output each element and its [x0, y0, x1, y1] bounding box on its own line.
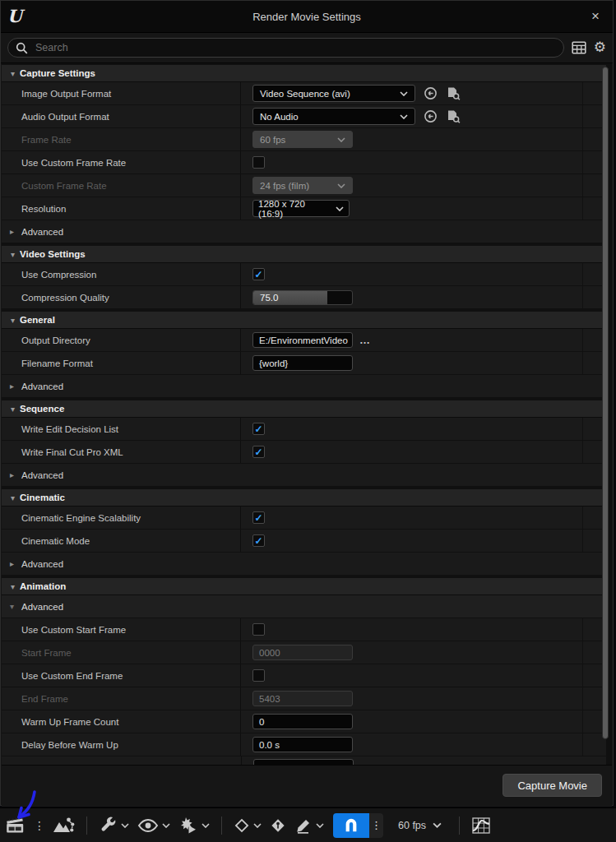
row-frame-rate: Frame Rate 60 fps — [2, 128, 606, 151]
property-label: End Frame — [2, 687, 241, 710]
advanced-label: Advanced — [21, 227, 63, 237]
row-start-frame: Start Frame 0000 — [2, 641, 606, 664]
render-options-dots-icon[interactable]: ⋮ — [34, 819, 45, 832]
sequence-hierarchy-icon[interactable] — [52, 816, 75, 835]
settings-gear-icon[interactable]: ⚙ — [594, 41, 606, 54]
caret-right-icon: ▸ — [10, 470, 21, 479]
audio-output-format-dropdown[interactable]: No Audio — [252, 108, 415, 125]
actions-wrench-dropdown[interactable] — [99, 816, 129, 835]
scrollbar-track[interactable] — [602, 65, 609, 763]
property-label: Compression Quality — [2, 286, 241, 308]
use-compression-checkbox[interactable]: ✓ — [252, 268, 265, 280]
cinematic-engine-scalability-checkbox[interactable]: ✓ — [252, 511, 265, 524]
section-title: Video Settings — [20, 249, 86, 259]
property-label: Delay Before Warm Up — [2, 733, 241, 756]
property-label: Write Edit Decision List — [2, 418, 241, 440]
property-label: Custom Frame Rate — [2, 174, 241, 197]
row-delay-before-warm-up: Delay Before Warm Up 0.0 s — [2, 733, 606, 756]
compression-quality-slider[interactable]: 75.0 — [252, 290, 353, 305]
curve-editor-icon[interactable] — [471, 817, 491, 835]
search-input-container[interactable] — [7, 38, 564, 58]
fps-label: 60 fps — [398, 820, 426, 831]
output-directory-field[interactable]: E:/EnvironmentVideo — [252, 332, 353, 348]
dropdown-value: 60 fps — [260, 135, 285, 145]
fps-dropdown[interactable]: 60 fps — [398, 820, 442, 831]
capture-movie-button[interactable]: Capture Movie — [503, 774, 602, 797]
dropdown-value: Video Sequence (avi) — [260, 89, 350, 99]
property-matrix-icon[interactable] — [572, 41, 586, 54]
warm-up-frame-count-field[interactable]: 0 — [252, 714, 353, 729]
advanced-label: Advanced — [21, 559, 63, 569]
dialog-title: Render Movie Settings — [1, 11, 613, 23]
auto-key-icon[interactable] — [270, 817, 286, 834]
cinematic-mode-checkbox[interactable]: ✓ — [252, 534, 265, 547]
browse-asset-icon[interactable] — [446, 86, 461, 100]
advanced-label: Advanced — [21, 602, 63, 612]
advanced-expanded-row-animation[interactable]: ▾ Advanced — [2, 595, 606, 618]
section-header-cinematic[interactable]: ▾ Cinematic — [2, 489, 606, 507]
edit-options-dropdown[interactable] — [294, 817, 324, 835]
use-selected-asset-icon[interactable] — [424, 109, 438, 123]
use-custom-frame-rate-checkbox[interactable] — [252, 156, 265, 169]
property-label: Resolution — [2, 197, 241, 220]
caret-down-icon: ▾ — [6, 69, 20, 78]
search-bar-row: ⚙ — [1, 33, 613, 63]
section-header-animation[interactable]: ▾ Animation — [2, 578, 606, 595]
check-icon: ✓ — [254, 269, 262, 280]
filename-format-field[interactable]: {world} — [252, 355, 353, 371]
caret-right-icon: ▸ — [10, 382, 21, 391]
playback-options-dropdown[interactable] — [178, 817, 210, 835]
advanced-row-cinematic[interactable]: ▸ Advanced — [2, 553, 606, 576]
section-header-general[interactable]: ▾ General — [2, 312, 606, 329]
caret-down-icon: ▾ — [6, 250, 20, 259]
keyframe-options-dropdown[interactable] — [234, 817, 262, 834]
delay-before-warm-up-field[interactable]: 0.0 s — [252, 737, 353, 752]
caret-down-icon: ▾ — [6, 316, 20, 325]
check-icon: ✓ — [254, 423, 262, 435]
section-title: Capture Settings — [20, 68, 95, 78]
pen-icon — [294, 817, 313, 835]
image-output-format-dropdown[interactable]: Video Sequence (avi) — [252, 85, 415, 102]
use-custom-end-frame-checkbox[interactable] — [252, 669, 265, 682]
chevron-down-icon — [337, 137, 345, 142]
use-selected-asset-icon[interactable] — [424, 86, 438, 100]
section-title: Cinematic — [20, 493, 65, 502]
advanced-row-capture[interactable]: ▸ Advanced — [2, 220, 606, 243]
browse-directory-button[interactable]: … — [359, 334, 371, 346]
write-edl-checkbox[interactable]: ✓ — [252, 423, 265, 435]
dropdown-value: 24 fps (film) — [260, 181, 309, 191]
caret-down-icon: ▾ — [6, 493, 20, 502]
dialog-titlebar[interactable]: U Render Movie Settings × — [1, 1, 613, 33]
scrollbar-thumb[interactable] — [602, 67, 609, 739]
use-custom-start-frame-checkbox[interactable] — [252, 623, 265, 636]
caret-right-icon: ▸ — [10, 227, 21, 236]
advanced-row-sequence[interactable]: ▸ Advanced — [2, 464, 606, 487]
view-options-dropdown[interactable] — [137, 818, 170, 833]
write-fcp-xml-checkbox[interactable]: ✓ — [252, 446, 265, 458]
row-write-final-cut-pro-xml: Write Final Cut Pro XML ✓ — [2, 441, 606, 464]
unreal-editor-root: U Render Movie Settings × ⚙ — [0, 0, 616, 842]
section-header-capture-settings[interactable]: ▾ Capture Settings — [2, 65, 606, 82]
property-label: Warm Up Frame Count — [2, 710, 241, 733]
row-use-compression: Use Compression ✓ — [2, 263, 606, 286]
close-icon[interactable]: × — [588, 1, 603, 32]
advanced-row-general[interactable]: ▸ Advanced — [2, 375, 606, 398]
resolution-dropdown[interactable]: 1280 x 720 (16:9) — [252, 200, 350, 217]
row-cinematic-engine-scalability: Cinematic Engine Scalability ✓ — [2, 507, 606, 530]
render-movie-icon[interactable] — [5, 816, 27, 835]
caret-right-icon: ▸ — [10, 559, 21, 568]
row-use-custom-end-frame: Use Custom End Frame — [2, 664, 606, 687]
dialog-footer: Capture Movie — [2, 765, 612, 807]
section-header-sequence[interactable]: ▾ Sequence — [2, 400, 606, 418]
check-icon: ✓ — [254, 535, 262, 547]
chevron-down-icon — [400, 114, 408, 119]
chevron-down-icon — [433, 822, 442, 828]
magnet-icon[interactable] — [333, 813, 369, 838]
snapping-split-button[interactable]: ⋮ — [333, 813, 383, 838]
property-label: Use Custom Start Frame — [2, 618, 241, 641]
dropdown-value: No Audio — [260, 112, 299, 122]
search-input[interactable] — [34, 41, 556, 54]
snapping-options-dots-icon[interactable]: ⋮ — [369, 813, 383, 838]
section-header-video-settings[interactable]: ▾ Video Settings — [2, 246, 606, 263]
browse-asset-icon[interactable] — [446, 109, 461, 123]
